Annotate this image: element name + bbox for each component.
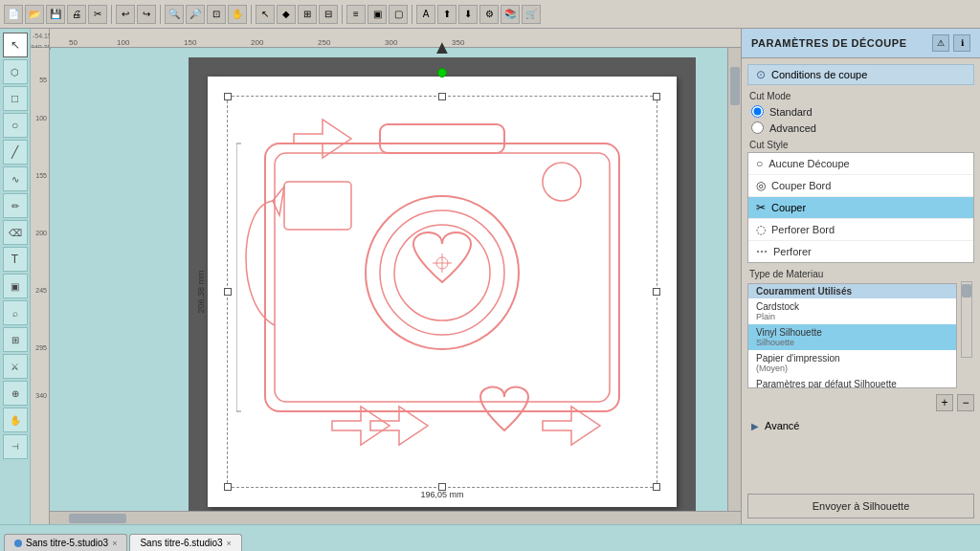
material-papier[interactable]: Papier d'impression(Moyen) (748, 350, 956, 376)
cut-style-label: Cut Style (747, 140, 974, 150)
open-icon[interactable]: 📂 (25, 5, 44, 24)
tab-1[interactable]: Sans titre-5.studio3 × (4, 534, 127, 551)
material-add-btn[interactable]: + (936, 394, 953, 411)
zoom-in-icon[interactable]: 🔍 (165, 5, 184, 24)
handle-tc[interactable] (438, 93, 446, 100)
knife-tool[interactable]: ⚔ (3, 354, 28, 379)
line-tool[interactable]: ╱ (3, 140, 28, 165)
fill-tool[interactable]: ▣ (3, 274, 28, 298)
canvas-hscroll[interactable] (50, 511, 741, 524)
bottom-tabs: Sans titre-5.studio3 × Sans titre-6.stud… (0, 524, 980, 551)
trace-icon[interactable]: ⬇ (458, 5, 478, 24)
group-icon[interactable]: ⊞ (298, 5, 317, 24)
settings-icon[interactable]: ⚙ (479, 5, 499, 24)
zoom-fit-icon[interactable]: ⊡ (207, 5, 226, 24)
pencil-tool[interactable]: ✏ (3, 193, 28, 218)
panel-header-icons: ⚠ ℹ (932, 34, 970, 52)
fill-icon[interactable]: ▣ (368, 5, 387, 24)
panel-info-icon[interactable]: ℹ (953, 34, 970, 52)
cut-style-edge[interactable]: ◎ Couper Bord (748, 175, 973, 197)
svg-rect-10 (284, 182, 351, 230)
redo-icon[interactable]: ↪ (137, 5, 156, 24)
undo-icon[interactable]: ↩ (116, 5, 135, 24)
cut-none-label: Aucune Découpe (768, 158, 849, 169)
main-area: ↖ ⬡ □ ○ ╱ ∿ ✏ ⌫ T ▣ ⌕ ⊞ ⚔ ⊕ ✋ ⊣ -54.15, … (0, 29, 980, 524)
import-icon[interactable]: ⬆ (437, 5, 457, 24)
node-icon[interactable]: ◆ (277, 5, 296, 24)
conditions-section[interactable]: ⊙ Conditions de coupe (747, 64, 974, 85)
conditions-icon: ⊙ (756, 68, 766, 81)
design-canvas: ▲ 196,05 mm 206,38 mm (189, 57, 696, 524)
bezier-tool[interactable]: ∿ (3, 166, 28, 191)
vscroll-thumb[interactable] (730, 67, 740, 105)
handle-tl[interactable] (224, 93, 232, 100)
right-panel: PARAMÈTRES DE DÉCOUPE ⚠ ℹ ⊙ Conditions d… (741, 29, 980, 524)
material-cardstock[interactable]: CardstockPlain (748, 298, 956, 324)
select-icon[interactable]: ↖ (256, 5, 275, 24)
sep-4 (342, 5, 343, 24)
perf-label: Perforer (773, 246, 812, 257)
ruler-corner: -54.15, 340.70 (31, 29, 50, 48)
ungroup-icon[interactable]: ⊟ (319, 5, 338, 24)
cut-style-none[interactable]: ○ Aucune Découpe (748, 153, 973, 175)
snap-tool[interactable]: ⊣ (3, 434, 28, 459)
store-icon[interactable]: 🛒 (522, 5, 541, 24)
handle-tr[interactable] (653, 93, 660, 100)
send-button[interactable]: Envoyer à Silhouette (747, 494, 974, 518)
material-default[interactable]: Paramètres par défaut Silhouette (748, 376, 956, 388)
ruler-tick-100: 100 (117, 38, 129, 47)
pan-tool[interactable]: ✋ (3, 408, 28, 432)
ellipse-tool[interactable]: ○ (3, 113, 28, 138)
panel-alert-icon[interactable]: ⚠ (932, 34, 949, 52)
stroke-icon[interactable]: ▢ (389, 5, 408, 24)
cut-style-cut[interactable]: ✂ Couper (748, 197, 973, 219)
eraser-tool[interactable]: ⌫ (3, 220, 28, 245)
left-toolbox: ↖ ⬡ □ ○ ╱ ∿ ✏ ⌫ T ▣ ⌕ ⊞ ⚔ ⊕ ✋ ⊣ (0, 29, 31, 524)
material-vscroll-thumb[interactable] (962, 284, 971, 298)
rect-tool[interactable]: □ (3, 86, 28, 111)
standard-radio[interactable] (751, 105, 764, 118)
text-tool[interactable]: T (3, 247, 28, 272)
weld-tool[interactable]: ⊕ (3, 381, 28, 406)
advanced-radio[interactable] (751, 121, 764, 134)
hscroll-thumb[interactable] (69, 514, 126, 523)
handle-ml[interactable] (224, 288, 232, 296)
cut-style-perf-edge[interactable]: ◌ Perforer Bord (748, 219, 973, 241)
ruler-vtick-245: 245 (31, 287, 49, 294)
pan-icon[interactable]: ✋ (228, 5, 247, 24)
zoom-tool[interactable]: ⌕ (3, 300, 28, 325)
new-icon[interactable]: 📄 (4, 5, 23, 24)
ruler-tick-150: 150 (184, 38, 196, 47)
cut-style-list: ○ Aucune Découpe ◎ Couper Bord ✂ Couper … (747, 152, 974, 263)
white-sheet[interactable]: 196,05 mm 206,38 mm (208, 77, 677, 507)
library-icon[interactable]: 📚 (501, 5, 520, 24)
align-icon[interactable]: ≡ (346, 5, 366, 24)
design-svg (236, 105, 648, 469)
material-vinyl[interactable]: Vinyl SilhouetteSilhouette (748, 324, 956, 350)
canvas-vscroll[interactable] (727, 48, 741, 511)
tab-1-close[interactable]: × (112, 539, 117, 548)
cut-icon[interactable]: ✂ (88, 5, 107, 24)
cut-style-perf[interactable]: ⋯ Perforer (748, 241, 973, 262)
rotation-handle[interactable] (437, 68, 447, 77)
handle-bl[interactable] (224, 483, 232, 491)
pointer-tool[interactable]: ↖ (3, 33, 28, 57)
handle-mr[interactable] (653, 288, 660, 296)
text-icon[interactable]: A (416, 5, 435, 24)
material-vscrollbar[interactable] (961, 281, 972, 358)
tab-2[interactable]: Sans titre-6.studio3 × (129, 534, 241, 551)
svg-rect-0 (265, 143, 619, 411)
node-tool[interactable]: ⬡ (3, 59, 28, 84)
tab-2-close[interactable]: × (227, 539, 232, 548)
crop-tool[interactable]: ⊞ (3, 327, 28, 352)
tab-2-label: Sans titre-6.studio3 (140, 538, 222, 548)
save-icon[interactable]: 💾 (46, 5, 65, 24)
handle-br[interactable] (653, 483, 660, 491)
avance-row[interactable]: ▶ Avancé (747, 417, 974, 434)
perf-edge-label: Perforer Bord (771, 224, 835, 235)
material-remove-btn[interactable]: − (957, 394, 974, 411)
zoom-out-icon[interactable]: 🔎 (186, 5, 205, 24)
print-icon[interactable]: 🖨 (67, 5, 86, 24)
canvas-area[interactable]: -54.15, 340.70 50 100 150 200 250 300 35… (31, 29, 741, 524)
perf-edge-icon: ◌ (756, 223, 766, 236)
